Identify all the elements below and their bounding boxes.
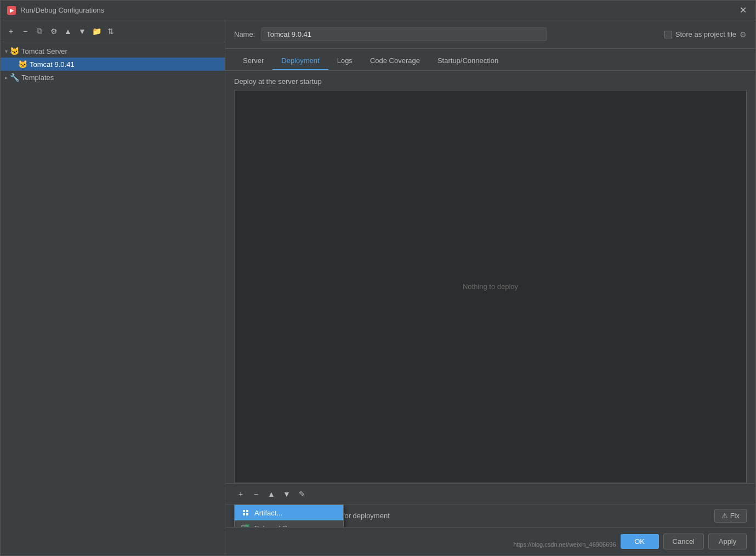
tomcat-server-group: ▾ 🐱 Tomcat Server 🐱 Tomcat 9.0.41: [1, 44, 225, 71]
fix-button-label: Fix: [730, 512, 740, 520]
close-button[interactable]: ✕: [737, 5, 749, 15]
bottom-bar: https://blog.csdn.net/weixin_46906696 OK…: [225, 527, 755, 555]
svg-rect-1: [243, 510, 245, 512]
artifact-icon: [241, 508, 250, 517]
sort-config-button[interactable]: ⇅: [105, 25, 117, 37]
external-source-icon: [241, 524, 250, 527]
folder-config-button[interactable]: 📁: [90, 25, 103, 37]
svg-rect-3: [243, 513, 245, 515]
templates-item[interactable]: ▸ 🔧 Templates: [1, 71, 225, 84]
cancel-button[interactable]: Cancel: [663, 534, 704, 549]
app-icon: ▶: [7, 6, 16, 15]
ok-button[interactable]: OK: [621, 534, 659, 549]
name-bar: Name: Store as project file ⚙: [225, 20, 755, 49]
store-project-label: Store as project file: [675, 30, 736, 38]
store-project-checkbox[interactable]: [664, 31, 672, 38]
dialog-title: Run/Debug Configurations: [20, 6, 104, 14]
templates-icon: 🔧: [10, 73, 19, 82]
title-bar: ▶ Run/Debug Configurations ✕: [1, 1, 755, 20]
sidebar: + − ⧉ ⚙ ▲ ▼ 📁 ⇅ ▾ 🐱 Tomcat Server: [1, 20, 225, 555]
tab-logs[interactable]: Logs: [328, 52, 361, 70]
add-config-button[interactable]: +: [5, 25, 17, 37]
templates-label: Templates: [21, 73, 54, 82]
tomcat-instance-icon: 🐱: [18, 60, 27, 69]
url-hint: https://blog.csdn.net/weixin_46906696: [513, 541, 616, 550]
svg-rect-4: [246, 513, 248, 515]
deploy-remove-button[interactable]: −: [249, 487, 263, 501]
dropdown-item-external-source[interactable]: External Source...: [235, 520, 343, 527]
store-project-area: Store as project file ⚙: [664, 30, 747, 39]
move-up-config-button[interactable]: ▲: [62, 25, 74, 37]
tab-code-coverage[interactable]: Code Coverage: [361, 52, 429, 70]
tomcat-server-group-header[interactable]: ▾ 🐱 Tomcat Server: [1, 44, 225, 58]
deploy-add-button[interactable]: +: [234, 487, 247, 501]
content-area: + − ⧉ ⚙ ▲ ▼ 📁 ⇅ ▾ 🐱 Tomcat Server: [1, 20, 755, 555]
move-down-config-button[interactable]: ▼: [76, 25, 88, 37]
tomcat-instance-label: Tomcat 9.0.41: [30, 60, 75, 69]
deploy-area: Nothing to deploy: [234, 90, 747, 483]
deploy-header: Deploy at the server startup: [225, 71, 755, 90]
deploy-toolbar: + − ▲ ▼ ✎: [225, 483, 755, 504]
dropdown-artifact-label: Artifact...: [254, 509, 282, 517]
tabs-bar: Server Deployment Logs Code Coverage Sta…: [225, 49, 755, 71]
tomcat-server-chevron-down-icon: ▾: [5, 48, 8, 54]
sidebar-toolbar: + − ⧉ ⚙ ▲ ▼ 📁 ⇅: [1, 20, 225, 42]
gear-icon[interactable]: ⚙: [740, 30, 747, 39]
dropdown-item-artifact[interactable]: Artifact...: [235, 505, 343, 520]
right-panel: Name: Store as project file ⚙ Server Dep…: [225, 20, 755, 555]
tomcat-server-icon: 🐱: [10, 47, 19, 55]
deploy-move-down-button[interactable]: ▼: [280, 487, 293, 501]
settings-config-button[interactable]: ⚙: [48, 25, 60, 37]
copy-config-button[interactable]: ⧉: [33, 25, 46, 37]
templates-chevron-right-icon: ▸: [5, 75, 8, 81]
tomcat-instance-item[interactable]: 🐱 Tomcat 9.0.41: [1, 58, 225, 71]
fix-warning-icon: ⚠: [721, 512, 728, 520]
name-label: Name:: [234, 30, 255, 38]
dropdown-external-source-label: External Source...: [254, 524, 311, 527]
tab-server[interactable]: Server: [234, 52, 272, 70]
fix-button[interactable]: ⚠ Fix: [714, 509, 747, 523]
remove-config-button[interactable]: −: [19, 25, 31, 37]
apply-button[interactable]: Apply: [708, 534, 747, 549]
deploy-move-up-button[interactable]: ▲: [265, 487, 278, 501]
deploy-dropdown-menu: Artifact...: [234, 504, 344, 527]
deploy-edit-button[interactable]: ✎: [295, 487, 309, 501]
svg-rect-2: [246, 510, 248, 512]
title-bar-left: ▶ Run/Debug Configurations: [7, 6, 104, 15]
run-debug-configurations-dialog: ▶ Run/Debug Configurations ✕ + − ⧉ ⚙ ▲ ▼…: [0, 0, 756, 556]
sidebar-list: ▾ 🐱 Tomcat Server 🐱 Tomcat 9.0.41 ▸ 🔧 Te…: [1, 42, 225, 555]
deployment-tab-content: Deploy at the server startup Nothing to …: [225, 71, 755, 527]
empty-deploy-message: Nothing to deploy: [463, 282, 518, 291]
tab-startup-connection[interactable]: Startup/Connection: [429, 52, 507, 70]
name-input[interactable]: [262, 27, 547, 41]
tab-deployment[interactable]: Deployment: [272, 52, 328, 70]
tomcat-server-label: Tomcat Server: [21, 47, 67, 55]
